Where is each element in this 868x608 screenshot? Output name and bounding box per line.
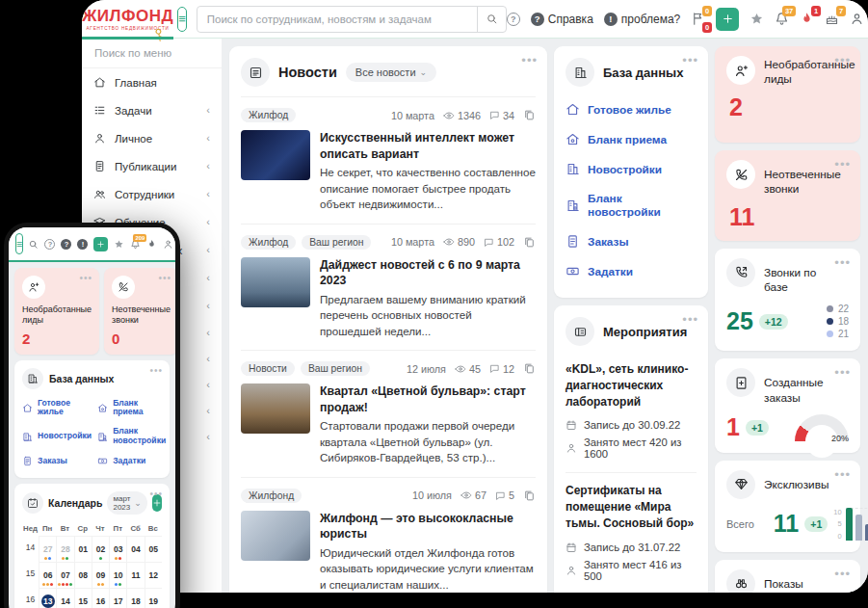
logo[interactable]: ЖИЛФОНД АГЕНТСТВО НЕДВИЖИМОСТИ [82, 0, 173, 38]
mobile-calendar-day[interactable]: 28 [56, 536, 73, 562]
more-menu[interactable]: ••• [834, 158, 851, 171]
comments-stat[interactable]: 102 [484, 236, 514, 248]
sidebar-item-publications[interactable]: Публикации‹ [82, 152, 222, 180]
more-menu[interactable]: ••• [149, 366, 163, 376]
hot-flame-icon[interactable] [146, 239, 157, 250]
mobile-calendar-day[interactable]: 06 [39, 562, 56, 588]
more-menu[interactable]: ••• [834, 366, 851, 379]
comments-stat[interactable]: 12 [489, 363, 514, 375]
more-menu[interactable]: ••• [159, 274, 172, 283]
search-button[interactable] [477, 7, 506, 32]
mobile-calendar-day[interactable]: 08 [74, 562, 92, 588]
add-button[interactable] [93, 237, 108, 251]
article-tag[interactable]: Жилфод [241, 235, 296, 250]
mobile-calendar-day[interactable]: 03 [109, 536, 126, 562]
add-button[interactable] [716, 8, 739, 31]
mobile-calendar-day[interactable]: 04 [126, 536, 144, 562]
more-menu[interactable]: ••• [80, 274, 93, 283]
article-title[interactable]: Дайджест новостей с 6 по 9 марта 2023 [320, 257, 536, 289]
link-orders[interactable]: Заказы [22, 452, 92, 470]
news-article[interactable]: Жилфод 10 марта 1346 34 Искусственный ин… [241, 96, 536, 225]
mobile-calendar-day[interactable]: 10 [109, 562, 126, 588]
link-new-buildings[interactable]: Новостройки [566, 154, 697, 184]
mobile-calendar-day[interactable]: 16 [92, 588, 109, 608]
mobile-calendar-day[interactable]: 19 [145, 588, 162, 608]
link-new-buildings[interactable]: Новостройки [22, 423, 92, 450]
article-title[interactable]: Квартал «Цветной бульвар»: старт продаж! [320, 383, 536, 415]
more-menu[interactable]: ••• [834, 256, 851, 269]
menu-toggle-button[interactable]: ≡ [177, 7, 187, 32]
help-circle-icon[interactable]: ? [44, 239, 55, 250]
article-tag[interactable]: Новости [241, 361, 295, 376]
more-menu[interactable]: ••• [682, 54, 698, 66]
mobile-menu-toggle[interactable]: ≡ [15, 233, 23, 254]
sidebar-item-employees[interactable]: Сотрудники‹ [82, 180, 222, 208]
problem-link[interactable]: !проблема? [604, 13, 680, 26]
mobile-calendar-day[interactable]: 17 [109, 588, 126, 608]
link-orders[interactable]: Заказы [566, 226, 697, 256]
news-article[interactable]: Жилфонд 10 июля 67 5 Жилфонд — это высок… [241, 478, 536, 593]
event-item[interactable]: Сертификаты на помещение «Мира тьмы. Сос… [566, 473, 697, 593]
question-icon[interactable]: ? [61, 239, 71, 250]
copy-icon[interactable] [523, 489, 536, 502]
profile-user-icon[interactable] [850, 12, 864, 26]
help-circle-icon[interactable]: ? [507, 13, 520, 26]
mobile-calendar-day[interactable]: 09 [92, 562, 109, 588]
link-deposits[interactable]: Задатки [97, 452, 166, 470]
notifications-bell-icon[interactable]: 209 [130, 239, 141, 250]
mobile-calendar-day[interactable]: 01 [74, 536, 92, 562]
article-tag[interactable]: Жилфод [241, 108, 296, 122]
mobile-calendar-day[interactable]: 07 [56, 562, 73, 588]
sidebar-item-personal[interactable]: Личное‹ [82, 124, 222, 152]
more-menu[interactable]: ••• [149, 489, 163, 499]
birthdays-cake-icon[interactable]: 7 [825, 12, 839, 26]
exclamation-icon[interactable]: ! [77, 239, 88, 250]
mobile-calendar-day[interactable]: 27 [39, 536, 56, 562]
search-icon[interactable] [28, 239, 39, 250]
notifications-bell-icon[interactable]: 37 [775, 12, 789, 26]
help-link[interactable]: ?Справка [531, 13, 593, 26]
mobile-calendar-day[interactable]: 11 [126, 562, 144, 588]
news-article[interactable]: ЖилфодВаш регион 10 марта 890 102 Дайдже… [241, 225, 536, 352]
link-intake-form[interactable]: Бланк приема [97, 395, 166, 422]
link-deposits[interactable]: Задатки [566, 256, 697, 286]
mobile-calendar-day[interactable]: 15 [74, 588, 92, 608]
mobile-calendar-day[interactable]: 14 [56, 588, 73, 608]
article-tag[interactable]: Ваш регион [302, 235, 371, 250]
flags-icon[interactable]: 0 0 [691, 12, 705, 26]
month-dropdown[interactable]: март 2023⌄ [107, 491, 146, 515]
comments-stat[interactable]: 5 [495, 489, 514, 501]
favorites-star-icon[interactable] [750, 12, 764, 26]
profile-user-icon[interactable] [163, 239, 173, 250]
mobile-calendar-day[interactable]: 13 [39, 588, 56, 608]
article-tag[interactable]: Жилфонд [241, 489, 302, 503]
more-menu[interactable]: ••• [834, 468, 851, 481]
link-intake-form[interactable]: Бланк приема [566, 124, 697, 154]
sidebar-item-home[interactable]: Главная [82, 68, 222, 96]
copy-icon[interactable] [523, 362, 536, 375]
copy-icon[interactable] [523, 236, 536, 249]
more-menu[interactable]: ••• [834, 568, 851, 580]
article-tag[interactable]: Ваш регион [301, 361, 370, 376]
article-title[interactable]: Жилфонд — это высококласные юристы [320, 511, 536, 542]
link-newbuild-form[interactable]: Бланк новостройки [97, 423, 166, 450]
mobile-calendar-day[interactable]: 05 [145, 536, 162, 562]
mobile-calendar-day[interactable]: 18 [126, 588, 144, 608]
copy-icon[interactable] [523, 109, 536, 121]
link-ready-housing[interactable]: Готовое жилье [566, 94, 697, 124]
menu-search-input[interactable] [82, 39, 222, 68]
comments-stat[interactable]: 34 [489, 110, 514, 121]
event-item[interactable]: «KDL», сеть клинико-диагностических лабо… [566, 352, 697, 473]
more-menu[interactable]: ••• [682, 313, 698, 326]
news-filter-dropdown[interactable]: Все новости⌄ [346, 63, 436, 82]
link-newbuild-form[interactable]: Бланк новостройки [566, 184, 697, 226]
mobile-calendar-day[interactable]: 12 [145, 562, 162, 588]
global-search-input[interactable] [197, 13, 477, 25]
favorites-star-icon[interactable] [114, 239, 124, 250]
link-ready-housing[interactable]: Готовое жилье [22, 395, 92, 422]
sidebar-item-tasks[interactable]: Задачи‹ [82, 96, 222, 124]
hot-flame-icon[interactable]: 1 [800, 12, 814, 26]
mobile-calendar-day[interactable]: 02 [92, 536, 109, 562]
more-menu[interactable]: ••• [521, 54, 538, 66]
more-menu[interactable]: ••• [834, 54, 851, 66]
